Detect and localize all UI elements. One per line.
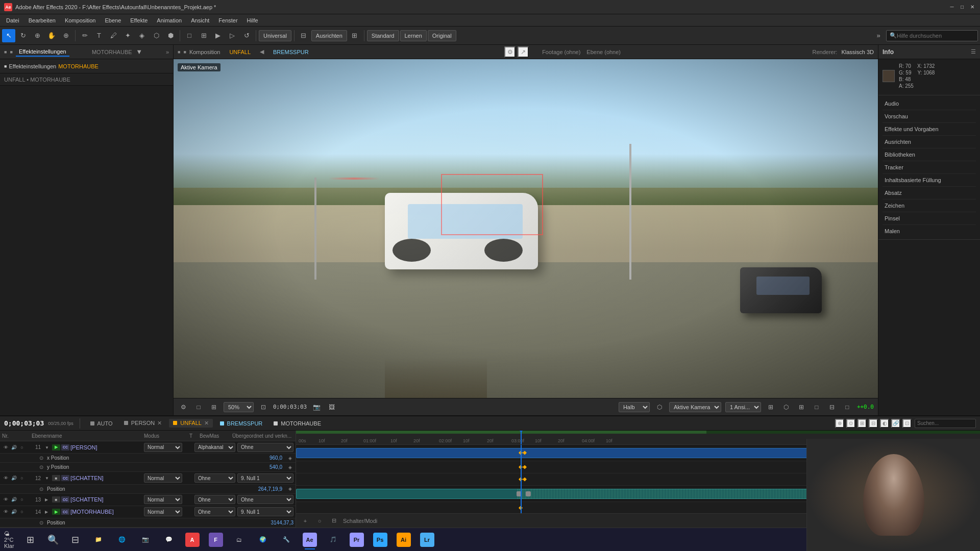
view-select[interactable]: 1 Ansi... <box>725 402 761 412</box>
tl-tab-unfall[interactable]: UNFALL ✕ <box>169 419 212 428</box>
tools-btn[interactable]: 🔧 <box>276 529 297 550</box>
layer-12-solo[interactable]: ○ <box>18 474 26 482</box>
tl-ctrl-6[interactable]: ⊡ <box>902 419 912 428</box>
layer-11-parent[interactable]: Ohne <box>237 443 293 452</box>
align-label[interactable]: Ausrichten <box>311 30 347 41</box>
quality-select[interactable]: Halb Voll Drittel Viertel <box>619 402 650 412</box>
sync-tool[interactable]: ↺ <box>240 29 253 42</box>
tl-tab-person[interactable]: PERSON ✕ <box>120 419 166 428</box>
selection-tool[interactable]: ↖ <box>2 29 15 42</box>
safe-zones-btn[interactable]: □ <box>842 402 853 413</box>
workspace-universal[interactable]: Universal <box>259 30 291 41</box>
snap-tool[interactable]: ⊞ <box>197 29 210 42</box>
layer-12[interactable]: 👁 🔊 ○ 12 ■ CC [SCHATTEN] Normal Ohne <box>0 472 296 484</box>
audio-section[interactable]: Audio <box>883 97 976 110</box>
stopwatch-icon[interactable]: ⊙ <box>38 455 45 462</box>
file-explorer-btn[interactable]: 📁 <box>88 529 109 550</box>
tl-ctrl-2[interactable]: ⊙ <box>846 419 855 428</box>
clone-tool[interactable]: ✦ <box>121 29 134 42</box>
stopwatch-icon-2[interactable]: ⊙ <box>38 464 45 471</box>
tl-tab-bremsspur[interactable]: BREMSSPUR <box>216 419 267 428</box>
show-snapshot-btn[interactable]: 🖼 <box>326 402 337 413</box>
media-btn[interactable]: 🎵 <box>323 529 344 550</box>
pr-btn[interactable]: Pr <box>346 529 368 550</box>
help-search-input[interactable] <box>897 33 974 39</box>
ausrichten-section[interactable]: Ausrichten <box>883 136 976 148</box>
preview-play[interactable]: ▶ <box>211 29 225 42</box>
lr-btn[interactable]: Lr <box>416 529 438 550</box>
nav-arrow-left[interactable]: ◀ <box>258 48 266 55</box>
layer-12-pos[interactable]: ⊙ Position 264,7,19,9 ◈ <box>0 485 296 494</box>
start-button[interactable]: ⊞ <box>20 530 41 550</box>
tl-ctrl-5[interactable]: ◐ <box>880 419 889 428</box>
tl-search-box[interactable] <box>915 419 976 428</box>
transparency-btn[interactable]: □ <box>193 402 204 413</box>
menu-effekte[interactable]: Effekte <box>126 16 152 24</box>
tl-add-layer[interactable]: + <box>300 516 310 526</box>
layer-13[interactable]: 👁 🔊 ○ 13 ■ CC [SCHATTEN] Normal Ohne <box>0 494 296 506</box>
comp-expand-btn[interactable]: ↗ <box>518 46 529 58</box>
tracker-section[interactable]: Tracker <box>883 161 976 174</box>
malen-section[interactable]: Malen <box>883 225 976 237</box>
absatz-section[interactable]: Absatz <box>883 187 976 199</box>
layer-11-bewmas[interactable]: Alphakanal <box>194 443 235 452</box>
layer-11[interactable]: 👁 🔊 ○ 11 ▶ CC [PERSON] Normal Alphakanal <box>0 441 296 454</box>
layer-11-mode[interactable]: Normal <box>144 443 182 452</box>
expand-toolbar[interactable]: » <box>872 29 885 42</box>
menu-datei[interactable]: Datei <box>2 16 23 24</box>
layer-14-eye[interactable]: 👁 <box>2 508 9 515</box>
composition-viewport[interactable]: Aktive Kamera <box>174 59 878 398</box>
layer-14-mode[interactable]: Normal <box>144 507 182 516</box>
layer-14-pos[interactable]: ⊙ Position 3144,37,3 <box>0 518 296 528</box>
menu-fenster[interactable]: Fenster <box>214 16 241 24</box>
close-button[interactable]: ✕ <box>969 4 976 11</box>
browser-btn[interactable]: 🌍 <box>252 529 274 550</box>
tl-ctrl-3[interactable]: ⊞ <box>857 419 867 428</box>
guides-btn[interactable]: □ <box>811 402 822 413</box>
whatsapp-btn[interactable]: 💬 <box>158 529 180 550</box>
info-expand-btn[interactable]: ☰ <box>971 48 976 55</box>
grid-btn[interactable]: ⊞ <box>796 402 807 413</box>
zoom-tool[interactable]: ⊕ <box>59 29 72 42</box>
layer-14-parent[interactable]: 9. Null 1 <box>237 507 293 516</box>
fast-preview-btn[interactable]: ⬡ <box>654 402 665 413</box>
panel-settings-btn[interactable]: ▼ <box>135 48 143 56</box>
menu-komposition[interactable]: Komposition <box>61 16 100 24</box>
layer-13-solo[interactable]: ○ <box>18 496 26 503</box>
camera-select[interactable]: Aktive Kamera <box>669 402 721 412</box>
ai-btn[interactable]: Ai <box>393 529 414 550</box>
layer-13-bewmas[interactable]: Ohne <box>194 495 235 504</box>
tl-solo-toggle[interactable]: ○ <box>314 516 325 526</box>
text-tool[interactable]: T <box>92 29 106 42</box>
timeline-playhead[interactable] <box>521 431 522 444</box>
preview-ram[interactable]: ▷ <box>226 29 239 42</box>
workspace-original[interactable]: Original <box>428 30 456 41</box>
shape-tool[interactable]: □ <box>183 29 196 42</box>
view-options-btn[interactable]: ⚙ <box>178 402 189 413</box>
person-close[interactable]: ✕ <box>157 420 162 426</box>
align-btn[interactable]: ⊟ <box>297 29 310 42</box>
layer-11-ypos[interactable]: ⊙ y Position 540,0 ◈ <box>0 463 296 472</box>
stopwatch-icon-4[interactable]: ⊙ <box>38 519 45 526</box>
vorschau-section[interactable]: Vorschau <box>883 110 976 123</box>
eraser-tool[interactable]: ◈ <box>135 29 149 42</box>
tl-search-input[interactable] <box>917 420 973 426</box>
comp-tab-unfall[interactable]: UNFALL <box>225 48 255 56</box>
layer-13-eye[interactable]: 👁 <box>2 496 9 503</box>
menu-ebene[interactable]: Ebene <box>101 16 125 24</box>
effects-tab[interactable]: Effekteinstellungen <box>16 47 69 57</box>
layer-12-audio[interactable]: 🔊 <box>10 474 17 482</box>
pan-tool[interactable]: ✋ <box>45 29 58 42</box>
comp-tab-bremsspur[interactable]: BREMSSPUR <box>269 48 313 56</box>
inhalts-section[interactable]: Inhaltsbasierte Füllung <box>883 174 976 187</box>
unfall-close[interactable]: ✕ <box>204 420 209 426</box>
layer-14-bewmas[interactable]: Ohne <box>194 507 235 516</box>
effekte-section[interactable]: Effekte und Vorgaben <box>883 123 976 136</box>
puppet-tool[interactable]: ⬢ <box>164 29 177 42</box>
layer-11-audio[interactable]: 🔊 <box>10 444 17 451</box>
stopwatch-icon-3[interactable]: ⊙ <box>38 485 45 492</box>
tl-tab-motorhaube[interactable]: MOTORHAUBE <box>270 419 325 428</box>
layer-13-audio[interactable]: 🔊 <box>10 496 17 503</box>
3d-view-btn[interactable]: ⬡ <box>780 402 792 413</box>
paint-tool[interactable]: 🖊 <box>107 29 120 42</box>
